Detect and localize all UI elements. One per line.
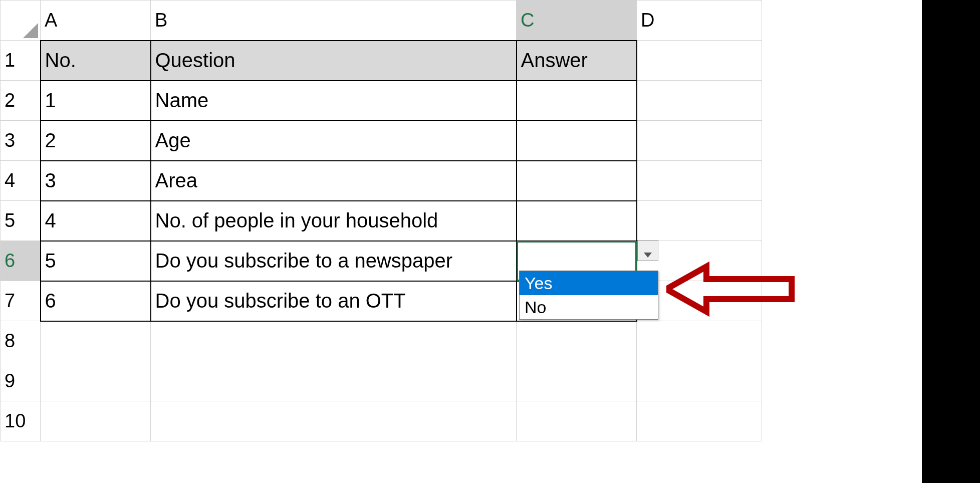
- cell-D2[interactable]: [637, 81, 762, 121]
- cell-A8[interactable]: [41, 321, 151, 361]
- dropdown-option-yes[interactable]: Yes: [520, 271, 658, 295]
- cell-A5[interactable]: 4: [41, 201, 151, 241]
- cropped-edge: [922, 0, 980, 441]
- cell-B9[interactable]: [151, 361, 517, 401]
- cell-C9[interactable]: [517, 361, 637, 401]
- cell-A4[interactable]: 3: [41, 161, 151, 201]
- cell-C4[interactable]: [517, 161, 637, 201]
- cell-B5[interactable]: No. of people in your household: [151, 201, 517, 241]
- cell-C8[interactable]: [517, 321, 637, 361]
- cell-A10[interactable]: [41, 401, 151, 441]
- cell-D5[interactable]: [637, 201, 762, 241]
- cell-A2[interactable]: 1: [41, 81, 151, 121]
- cell-D10[interactable]: [637, 401, 762, 441]
- col-header-D[interactable]: D: [637, 1, 762, 41]
- spreadsheet-area: A B C D 1 No. Question Answer 2 1 Name 3…: [0, 0, 922, 441]
- cell-C10[interactable]: [517, 401, 637, 441]
- row-header-7[interactable]: 7: [1, 281, 41, 321]
- row-header-9[interactable]: 9: [1, 361, 41, 401]
- cell-A3[interactable]: 2: [41, 121, 151, 161]
- cell-C3[interactable]: [517, 121, 637, 161]
- cell-B4[interactable]: Area: [151, 161, 517, 201]
- cell-A1[interactable]: No.: [41, 41, 151, 81]
- data-validation-dropdown-list[interactable]: Yes No: [519, 271, 658, 320]
- spreadsheet-grid: A B C D 1 No. Question Answer 2 1 Name 3…: [0, 0, 762, 441]
- row-header-1[interactable]: 1: [1, 41, 41, 81]
- cell-A9[interactable]: [41, 361, 151, 401]
- cell-D9[interactable]: [637, 361, 762, 401]
- chevron-down-icon: [644, 239, 652, 262]
- cell-B6[interactable]: Do you subscribe to a newspaper: [151, 241, 517, 281]
- row-header-3[interactable]: 3: [1, 121, 41, 161]
- row-header-8[interactable]: 8: [1, 321, 41, 361]
- cell-B8[interactable]: [151, 321, 517, 361]
- cell-B10[interactable]: [151, 401, 517, 441]
- dropdown-option-no[interactable]: No: [520, 295, 658, 319]
- svg-marker-0: [644, 253, 652, 258]
- cell-B7[interactable]: Do you subscribe to an OTT: [151, 281, 517, 321]
- col-header-B[interactable]: B: [151, 1, 517, 41]
- cell-B1[interactable]: Question: [151, 41, 517, 81]
- select-all-corner[interactable]: [1, 1, 41, 41]
- cell-A6[interactable]: 5: [41, 241, 151, 281]
- cell-B2[interactable]: Name: [151, 81, 517, 121]
- cell-C1[interactable]: Answer: [517, 41, 637, 81]
- row-header-10[interactable]: 10: [1, 401, 41, 441]
- cell-D4[interactable]: [637, 161, 762, 201]
- cell-A7[interactable]: 6: [41, 281, 151, 321]
- row-header-6[interactable]: 6: [1, 241, 41, 281]
- col-header-C[interactable]: C: [517, 1, 637, 41]
- row-header-2[interactable]: 2: [1, 81, 41, 121]
- cell-C5[interactable]: [517, 201, 637, 241]
- cell-D8[interactable]: [637, 321, 762, 361]
- row-header-5[interactable]: 5: [1, 201, 41, 241]
- cell-D1[interactable]: [637, 41, 762, 81]
- cell-B3[interactable]: Age: [151, 121, 517, 161]
- cell-C2[interactable]: [517, 81, 637, 121]
- col-header-A[interactable]: A: [41, 1, 151, 41]
- data-validation-dropdown-button[interactable]: [637, 240, 658, 261]
- row-header-4[interactable]: 4: [1, 161, 41, 201]
- cell-D3[interactable]: [637, 121, 762, 161]
